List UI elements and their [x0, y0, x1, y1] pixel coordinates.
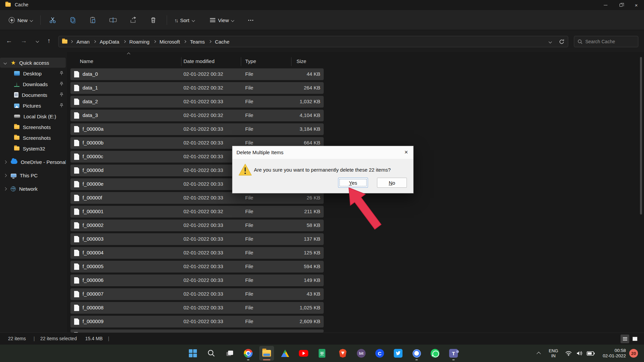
column-header-size[interactable]: Size	[297, 58, 306, 64]
column-divider[interactable]	[181, 57, 181, 66]
breadcrumb-segment[interactable]: AppData	[99, 38, 120, 45]
column-divider[interactable]	[241, 57, 241, 66]
breadcrumb-segment[interactable]: Roaming	[128, 38, 151, 45]
tray-language-switcher[interactable]: ENG IN	[546, 345, 561, 362]
taskbar-bit[interactable]: bit	[354, 346, 369, 361]
taskbar-signal[interactable]	[409, 346, 424, 361]
warning-icon	[238, 164, 252, 176]
yes-button[interactable]: Yes	[338, 178, 368, 188]
file-row[interactable]: f_00000102-01-2022 00:32File211 KB	[70, 206, 324, 218]
file-row[interactable]: f_00000a02-01-2022 00:33File3,184 KB	[70, 123, 324, 135]
taskbar-google-sheets[interactable]	[315, 346, 329, 361]
sidebar-item-screenshots[interactable]: Screenshots	[0, 122, 66, 132]
vertical-scrollbar[interactable]	[640, 57, 642, 215]
new-button[interactable]: New	[6, 14, 35, 26]
sidebar-item-desktop[interactable]: Desktop	[0, 68, 66, 78]
close-button[interactable]: ×	[629, 0, 644, 10]
sort-button[interactable]: ↑↓ Sort	[172, 14, 197, 26]
file-row[interactable]: data_302-01-2022 00:32File4,104 KB	[70, 110, 324, 121]
taskbar-whatsapp[interactable]	[428, 346, 442, 361]
file-row[interactable]: f_00000202-01-2022 00:33File58 KB	[70, 220, 324, 231]
column-header-type[interactable]: Type	[245, 58, 256, 64]
sidebar-item-pictures[interactable]: Pictures	[0, 101, 66, 111]
column-header-date[interactable]: Date modified	[183, 58, 215, 64]
copy-button[interactable]	[69, 16, 77, 24]
breadcrumb-segment[interactable]: Cache	[214, 38, 230, 45]
sidebar-item-onedrive[interactable]: OneDrive - Personal	[0, 157, 66, 167]
minimize-button[interactable]	[598, 0, 613, 10]
folder-icon	[14, 146, 19, 150]
breadcrumb-segment[interactable]: Aman	[75, 38, 91, 45]
address-dropdown-icon[interactable]	[549, 40, 552, 43]
address-bar[interactable]: Aman AppData Roaming Microsoft Teams Cac…	[58, 36, 568, 47]
column-divider[interactable]	[291, 57, 291, 66]
taskbar-teams[interactable]: T	[446, 346, 461, 361]
no-button[interactable]: No	[377, 178, 407, 188]
file-row[interactable]: f_00000902-01-2022 00:33File2,609 KB	[70, 316, 324, 327]
file-row[interactable]: data_102-01-2022 00:32File264 KB	[70, 82, 324, 94]
signal-icon	[413, 349, 421, 358]
taskbar-file-explorer[interactable]	[259, 346, 274, 361]
restore-button[interactable]	[613, 0, 629, 10]
sidebar-item-this-pc[interactable]: This PC	[0, 170, 66, 180]
file-row-partial[interactable]	[70, 329, 324, 333]
paste-button[interactable]	[89, 16, 97, 24]
sidebar-item-screenshots-2[interactable]: Screenshots	[0, 133, 66, 143]
sidebar-item-system32[interactable]: System32	[0, 143, 66, 154]
task-view-button[interactable]	[222, 346, 237, 361]
sidebar-item-downloads[interactable]: ↓ Downloads	[0, 79, 66, 89]
tray-show-hidden-icons[interactable]	[534, 345, 544, 362]
file-row[interactable]: f_00000502-01-2022 00:33File594 KB	[70, 261, 324, 273]
sidebar-item-local-disk-e[interactable]: Local Disk (E:)	[0, 111, 66, 121]
view-button[interactable]: View	[207, 14, 236, 26]
running-indicator	[452, 359, 455, 360]
taskbar-brave[interactable]	[335, 346, 350, 361]
dialog-close-button[interactable]: ×	[400, 147, 412, 158]
more-options-button[interactable]	[246, 14, 256, 26]
file-row[interactable]: data_002-01-2022 00:32File44 KB	[70, 68, 324, 80]
taskbar-chrome[interactable]	[241, 346, 256, 361]
tray-volume[interactable]	[574, 345, 585, 362]
file-row[interactable]: f_00000402-01-2022 00:33File125 KB	[70, 247, 324, 259]
file-row[interactable]: f_00000302-01-2022 00:33File137 KB	[70, 233, 324, 245]
sidebar-item-documents[interactable]: Documents	[0, 90, 66, 100]
share-button[interactable]	[129, 16, 137, 24]
notification-badge[interactable]: 20	[629, 349, 638, 358]
forward-button[interactable]: →	[18, 35, 30, 47]
file-row[interactable]: f_00000602-01-2022 00:33File149 KB	[70, 275, 324, 286]
thumbnail-view-toggle[interactable]	[631, 335, 639, 343]
taskbar-youtube[interactable]	[296, 346, 311, 361]
breadcrumb-segment[interactable]: Teams	[189, 38, 206, 45]
file-row[interactable]: data_202-01-2022 00:33File1,032 KB	[70, 96, 324, 108]
delete-button[interactable]	[149, 16, 157, 24]
search-input[interactable]	[585, 39, 629, 44]
sidebar-item-label: Local Disk (E:)	[23, 114, 56, 119]
tray-clock[interactable]: 00:58 02-01-2022	[598, 345, 626, 362]
file-row[interactable]: f_00000f02-01-2022 00:33File26 KB	[70, 192, 324, 204]
sidebar-item-network[interactable]: Network	[0, 184, 66, 194]
file-icon	[74, 263, 79, 270]
thumbnail-view-icon	[633, 337, 637, 341]
taskbar-coinbase[interactable]: C	[372, 346, 387, 361]
taskbar-search-button[interactable]	[204, 346, 219, 361]
back-button[interactable]: ←	[3, 35, 15, 47]
sidebar-item-quick-access[interactable]: ★ Quick access	[0, 58, 66, 68]
rename-button[interactable]	[109, 16, 117, 24]
cut-button[interactable]	[49, 16, 57, 24]
taskbar-google-drive[interactable]	[278, 346, 292, 361]
search-box[interactable]	[574, 36, 638, 47]
file-row[interactable]: f_00000802-01-2022 00:33File1,025 KB	[70, 302, 324, 314]
column-header-name[interactable]: Name	[80, 58, 93, 64]
breadcrumb-segment[interactable]: Microsoft	[159, 38, 181, 45]
start-button[interactable]	[185, 346, 200, 361]
tray-wifi[interactable]	[564, 345, 574, 362]
trash-icon	[150, 16, 157, 24]
taskbar-twitter[interactable]	[391, 346, 406, 361]
recent-locations-button[interactable]	[31, 35, 43, 47]
up-button[interactable]: ↑	[43, 35, 55, 47]
file-row[interactable]: f_00000702-01-2022 00:33File43 KB	[70, 288, 324, 300]
details-view-toggle[interactable]	[621, 335, 629, 343]
status-divider: |	[108, 336, 109, 341]
refresh-icon[interactable]	[559, 39, 565, 45]
tray-battery[interactable]	[585, 345, 596, 362]
